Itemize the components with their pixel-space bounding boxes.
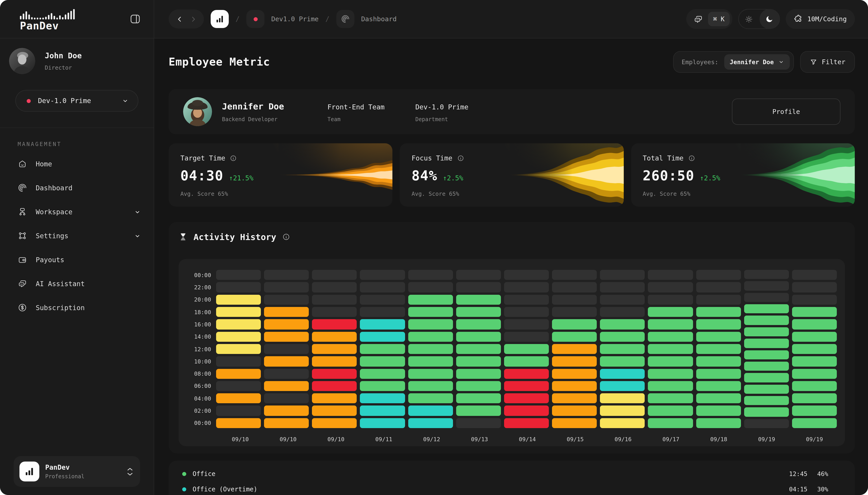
activity-cell-empty xyxy=(456,270,501,280)
sidebar-item-home[interactable]: Home xyxy=(9,152,145,176)
sidebar-toggle-icon[interactable] xyxy=(129,13,141,25)
chevron-down-icon xyxy=(134,232,141,239)
stat-note: Avg. Score 65% xyxy=(643,190,843,197)
activity-cell-green xyxy=(696,418,741,428)
activity-cell-green xyxy=(744,316,789,325)
activity-cell-green xyxy=(696,356,741,366)
activity-column xyxy=(792,270,837,428)
activity-cell-yellow xyxy=(216,331,261,342)
breadcrumb-page-icon[interactable] xyxy=(336,10,354,28)
filter-button[interactable]: Filter xyxy=(800,51,855,73)
activity-cell-green xyxy=(696,369,741,379)
activity-cell-green xyxy=(792,307,837,317)
activity-column xyxy=(648,270,693,428)
info-icon[interactable] xyxy=(282,233,290,241)
activity-cell-green xyxy=(504,344,549,354)
activity-cell-red xyxy=(312,369,357,379)
activity-title: Activity History xyxy=(193,232,276,242)
sidebar-item-ai-assistant[interactable]: AI Assistant xyxy=(9,272,145,296)
user-profile[interactable]: John Doe Director xyxy=(9,48,145,74)
activity-cell-green xyxy=(648,393,693,404)
theme-toggle[interactable] xyxy=(738,9,780,29)
stat-title: Total Time xyxy=(643,154,683,162)
activity-cell-teal xyxy=(360,393,405,404)
usage-badge[interactable]: 10M/Coding xyxy=(785,9,855,29)
sidebar-item-workspace[interactable]: Workspace xyxy=(9,200,145,224)
light-mode-icon[interactable] xyxy=(738,10,759,29)
activity-cell-teal xyxy=(360,319,405,329)
activity-cell-green xyxy=(360,356,405,366)
time-axis: 00:0022:0020:0018:0016:0014:0012:0010:00… xyxy=(186,270,213,428)
activity-cell-green xyxy=(456,331,501,342)
activity-cell-empty xyxy=(792,270,837,280)
command-palette[interactable]: ⌘ K xyxy=(686,9,732,29)
sidebar-item-settings[interactable]: Settings xyxy=(9,224,145,248)
activity-cell-orange xyxy=(312,344,357,354)
sidebar-item-dashboard[interactable]: Dashboard xyxy=(9,176,145,200)
date-axis: 09/1009/1009/1009/1109/1209/1309/1409/15… xyxy=(218,436,837,443)
activity-cell-orange xyxy=(552,393,597,404)
activity-cell-green xyxy=(408,319,453,329)
activity-cell-green xyxy=(744,350,789,359)
activity-cell-green xyxy=(504,356,549,366)
stat-card-focus-time: Focus Time 84% ↑2.5% Avg. Score 65% xyxy=(400,143,624,207)
sidebar-divider xyxy=(0,127,154,128)
activity-cell-red xyxy=(312,319,357,329)
activity-cell-empty xyxy=(504,331,549,342)
sidebar-item-label: Subscription xyxy=(36,304,85,312)
home-icon xyxy=(18,159,27,169)
date-label: 09/10 xyxy=(266,436,310,443)
sidebar-item-label: Settings xyxy=(36,232,68,240)
breadcrumb-page[interactable]: Dashboard xyxy=(361,15,397,22)
activity-cell-empty xyxy=(264,270,309,280)
activity-cell-empty xyxy=(216,381,261,391)
forward-button[interactable] xyxy=(189,15,197,23)
stat-delta: ↑21.5% xyxy=(229,174,253,182)
activity-column xyxy=(312,270,357,428)
activity-column xyxy=(456,270,501,428)
activity-cell-green xyxy=(360,381,405,391)
user-name: John Doe xyxy=(45,51,82,60)
sidebar-item-payouts[interactable]: Payouts xyxy=(9,248,145,272)
activity-cell-empty xyxy=(456,418,501,428)
activity-cell-green xyxy=(744,373,789,382)
time-label: 08:00 xyxy=(186,369,211,379)
date-label: 09/19 xyxy=(792,436,837,443)
info-icon[interactable] xyxy=(688,155,695,162)
team-selector[interactable]: Dev-1.0 Prime xyxy=(15,90,138,112)
breadcrumb-separator: / xyxy=(236,15,240,23)
topbar: / Dev1.0 Prime / Dashboard ⌘ K xyxy=(154,0,868,38)
back-button[interactable] xyxy=(176,15,183,23)
breadcrumb-team[interactable]: Dev1.0 Prime xyxy=(271,15,319,22)
dark-mode-icon[interactable] xyxy=(759,9,779,29)
activity-grid-panel: 00:0022:0020:0018:0016:0014:0012:0010:00… xyxy=(178,259,845,446)
info-icon[interactable] xyxy=(457,155,464,162)
breadcrumb-team-icon[interactable] xyxy=(246,10,265,28)
activity-cell-empty xyxy=(360,282,405,292)
activity-cell-green xyxy=(696,381,741,391)
legend-time: 04:15 xyxy=(776,485,807,493)
stat-value: 04:30 xyxy=(181,168,224,184)
activity-cell-red xyxy=(504,406,549,416)
breadcrumb-home-logo[interactable] xyxy=(211,10,229,28)
sidebar-item-subscription[interactable]: Subscription xyxy=(9,296,145,320)
profile-button[interactable]: Profile xyxy=(732,99,840,125)
activity-cell-empty xyxy=(552,282,597,292)
activity-cell-green xyxy=(696,319,741,329)
employees-selector[interactable]: Employees: Jennifer Doe xyxy=(673,51,794,73)
usage-badge-label: 10M/Coding xyxy=(807,15,847,22)
time-label: 20:00 xyxy=(186,294,211,305)
time-label: 00:00 xyxy=(186,418,211,428)
activity-cell-orange xyxy=(312,393,357,404)
info-icon[interactable] xyxy=(230,155,237,162)
legend-dot xyxy=(182,487,186,491)
date-label: 09/12 xyxy=(409,436,454,443)
workspace-card[interactable]: PanDev Professional xyxy=(14,456,140,487)
activity-cell-empty xyxy=(216,406,261,416)
legend-time: 12:45 xyxy=(776,470,807,477)
workspace-plan: Professional xyxy=(45,473,84,480)
employee-name: Jennifer Doe xyxy=(222,101,284,112)
activity-cell-green xyxy=(408,331,453,342)
activity-cell-empty xyxy=(648,282,693,292)
activity-cell-empty xyxy=(312,270,357,280)
